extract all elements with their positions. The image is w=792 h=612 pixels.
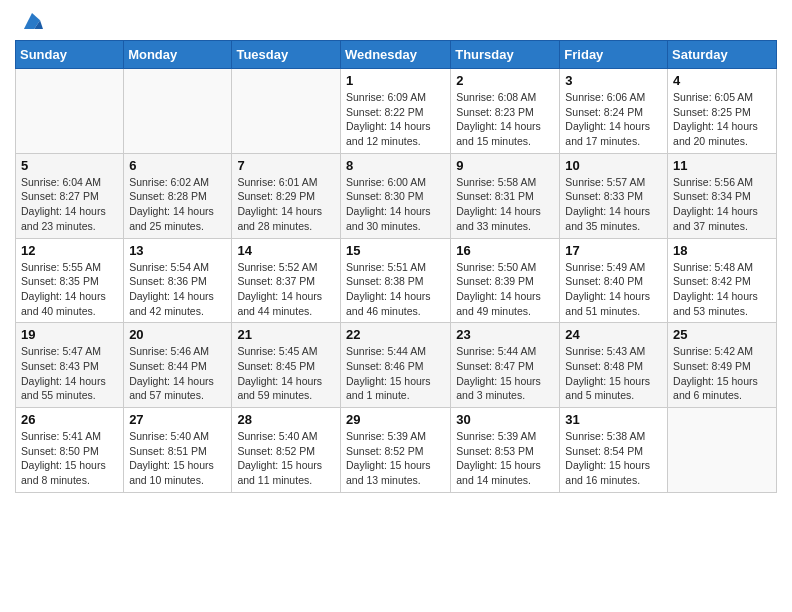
calendar-cell: 8Sunrise: 6:00 AM Sunset: 8:30 PM Daylig… [340,153,450,238]
day-number: 4 [673,73,771,88]
weekday-header-friday: Friday [560,41,668,69]
calendar-cell: 14Sunrise: 5:52 AM Sunset: 8:37 PM Dayli… [232,238,341,323]
calendar-cell [668,408,777,493]
logo [15,10,43,32]
calendar-cell: 16Sunrise: 5:50 AM Sunset: 8:39 PM Dayli… [451,238,560,323]
calendar-cell: 13Sunrise: 5:54 AM Sunset: 8:36 PM Dayli… [124,238,232,323]
weekday-header-sunday: Sunday [16,41,124,69]
calendar-cell: 31Sunrise: 5:38 AM Sunset: 8:54 PM Dayli… [560,408,668,493]
calendar-cell [232,69,341,154]
calendar-week-4: 26Sunrise: 5:41 AM Sunset: 8:50 PM Dayli… [16,408,777,493]
day-info: Sunrise: 6:08 AM Sunset: 8:23 PM Dayligh… [456,90,554,149]
calendar-cell: 7Sunrise: 6:01 AM Sunset: 8:29 PM Daylig… [232,153,341,238]
day-number: 31 [565,412,662,427]
calendar-cell: 3Sunrise: 6:06 AM Sunset: 8:24 PM Daylig… [560,69,668,154]
day-info: Sunrise: 5:42 AM Sunset: 8:49 PM Dayligh… [673,344,771,403]
calendar-cell: 6Sunrise: 6:02 AM Sunset: 8:28 PM Daylig… [124,153,232,238]
day-number: 22 [346,327,445,342]
day-info: Sunrise: 5:45 AM Sunset: 8:45 PM Dayligh… [237,344,335,403]
calendar-cell: 4Sunrise: 6:05 AM Sunset: 8:25 PM Daylig… [668,69,777,154]
day-number: 14 [237,243,335,258]
day-info: Sunrise: 6:05 AM Sunset: 8:25 PM Dayligh… [673,90,771,149]
day-info: Sunrise: 5:40 AM Sunset: 8:52 PM Dayligh… [237,429,335,488]
day-number: 9 [456,158,554,173]
day-number: 23 [456,327,554,342]
calendar-cell: 15Sunrise: 5:51 AM Sunset: 8:38 PM Dayli… [340,238,450,323]
day-info: Sunrise: 5:54 AM Sunset: 8:36 PM Dayligh… [129,260,226,319]
calendar-cell: 23Sunrise: 5:44 AM Sunset: 8:47 PM Dayli… [451,323,560,408]
day-info: Sunrise: 5:43 AM Sunset: 8:48 PM Dayligh… [565,344,662,403]
day-number: 16 [456,243,554,258]
day-info: Sunrise: 6:04 AM Sunset: 8:27 PM Dayligh… [21,175,118,234]
calendar-week-1: 5Sunrise: 6:04 AM Sunset: 8:27 PM Daylig… [16,153,777,238]
day-info: Sunrise: 5:57 AM Sunset: 8:33 PM Dayligh… [565,175,662,234]
calendar-cell [124,69,232,154]
day-number: 5 [21,158,118,173]
page-header [15,10,777,32]
day-number: 11 [673,158,771,173]
day-number: 10 [565,158,662,173]
calendar-cell: 28Sunrise: 5:40 AM Sunset: 8:52 PM Dayli… [232,408,341,493]
day-info: Sunrise: 5:51 AM Sunset: 8:38 PM Dayligh… [346,260,445,319]
calendar-cell: 19Sunrise: 5:47 AM Sunset: 8:43 PM Dayli… [16,323,124,408]
calendar-week-3: 19Sunrise: 5:47 AM Sunset: 8:43 PM Dayli… [16,323,777,408]
day-number: 12 [21,243,118,258]
day-number: 8 [346,158,445,173]
day-number: 13 [129,243,226,258]
weekday-header-tuesday: Tuesday [232,41,341,69]
calendar-cell: 2Sunrise: 6:08 AM Sunset: 8:23 PM Daylig… [451,69,560,154]
day-info: Sunrise: 6:00 AM Sunset: 8:30 PM Dayligh… [346,175,445,234]
day-info: Sunrise: 5:40 AM Sunset: 8:51 PM Dayligh… [129,429,226,488]
calendar-cell [16,69,124,154]
day-info: Sunrise: 5:52 AM Sunset: 8:37 PM Dayligh… [237,260,335,319]
calendar-week-2: 12Sunrise: 5:55 AM Sunset: 8:35 PM Dayli… [16,238,777,323]
calendar-cell: 30Sunrise: 5:39 AM Sunset: 8:53 PM Dayli… [451,408,560,493]
day-info: Sunrise: 6:06 AM Sunset: 8:24 PM Dayligh… [565,90,662,149]
calendar-cell: 1Sunrise: 6:09 AM Sunset: 8:22 PM Daylig… [340,69,450,154]
calendar-cell: 27Sunrise: 5:40 AM Sunset: 8:51 PM Dayli… [124,408,232,493]
day-info: Sunrise: 5:55 AM Sunset: 8:35 PM Dayligh… [21,260,118,319]
day-number: 18 [673,243,771,258]
calendar-body: 1Sunrise: 6:09 AM Sunset: 8:22 PM Daylig… [16,69,777,493]
day-number: 15 [346,243,445,258]
calendar-table: SundayMondayTuesdayWednesdayThursdayFrid… [15,40,777,493]
day-number: 24 [565,327,662,342]
day-number: 30 [456,412,554,427]
calendar-cell: 29Sunrise: 5:39 AM Sunset: 8:52 PM Dayli… [340,408,450,493]
calendar-cell: 18Sunrise: 5:48 AM Sunset: 8:42 PM Dayli… [668,238,777,323]
day-info: Sunrise: 5:56 AM Sunset: 8:34 PM Dayligh… [673,175,771,234]
calendar-cell: 10Sunrise: 5:57 AM Sunset: 8:33 PM Dayli… [560,153,668,238]
day-number: 17 [565,243,662,258]
calendar-cell: 5Sunrise: 6:04 AM Sunset: 8:27 PM Daylig… [16,153,124,238]
weekday-header-wednesday: Wednesday [340,41,450,69]
day-info: Sunrise: 5:48 AM Sunset: 8:42 PM Dayligh… [673,260,771,319]
weekday-header-saturday: Saturday [668,41,777,69]
day-number: 21 [237,327,335,342]
day-info: Sunrise: 6:09 AM Sunset: 8:22 PM Dayligh… [346,90,445,149]
day-info: Sunrise: 5:46 AM Sunset: 8:44 PM Dayligh… [129,344,226,403]
calendar-cell: 24Sunrise: 5:43 AM Sunset: 8:48 PM Dayli… [560,323,668,408]
day-number: 19 [21,327,118,342]
day-info: Sunrise: 5:58 AM Sunset: 8:31 PM Dayligh… [456,175,554,234]
day-info: Sunrise: 5:49 AM Sunset: 8:40 PM Dayligh… [565,260,662,319]
day-number: 1 [346,73,445,88]
day-info: Sunrise: 5:44 AM Sunset: 8:47 PM Dayligh… [456,344,554,403]
weekday-header-thursday: Thursday [451,41,560,69]
calendar-cell: 22Sunrise: 5:44 AM Sunset: 8:46 PM Dayli… [340,323,450,408]
calendar-cell: 12Sunrise: 5:55 AM Sunset: 8:35 PM Dayli… [16,238,124,323]
day-info: Sunrise: 5:50 AM Sunset: 8:39 PM Dayligh… [456,260,554,319]
day-number: 6 [129,158,226,173]
calendar-cell: 26Sunrise: 5:41 AM Sunset: 8:50 PM Dayli… [16,408,124,493]
calendar-cell: 21Sunrise: 5:45 AM Sunset: 8:45 PM Dayli… [232,323,341,408]
weekday-header-monday: Monday [124,41,232,69]
day-number: 25 [673,327,771,342]
day-number: 7 [237,158,335,173]
day-info: Sunrise: 5:39 AM Sunset: 8:52 PM Dayligh… [346,429,445,488]
day-info: Sunrise: 6:01 AM Sunset: 8:29 PM Dayligh… [237,175,335,234]
day-number: 2 [456,73,554,88]
day-info: Sunrise: 5:44 AM Sunset: 8:46 PM Dayligh… [346,344,445,403]
calendar-week-0: 1Sunrise: 6:09 AM Sunset: 8:22 PM Daylig… [16,69,777,154]
day-info: Sunrise: 5:39 AM Sunset: 8:53 PM Dayligh… [456,429,554,488]
day-number: 26 [21,412,118,427]
calendar-cell: 17Sunrise: 5:49 AM Sunset: 8:40 PM Dayli… [560,238,668,323]
